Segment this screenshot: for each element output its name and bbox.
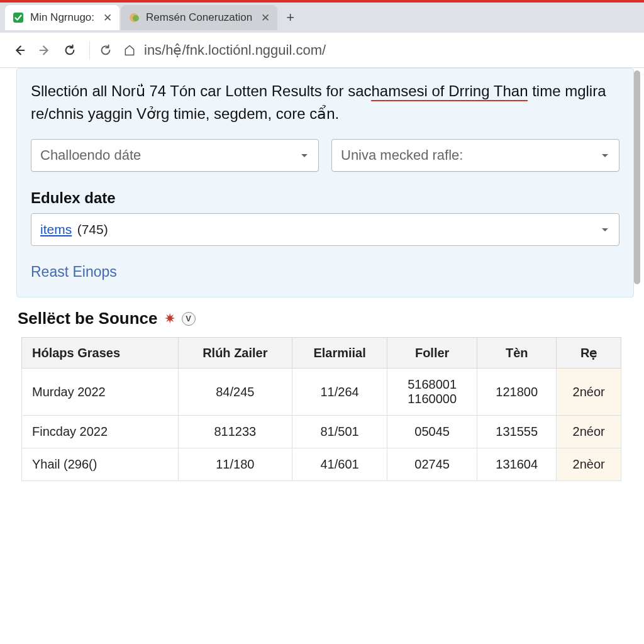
favicon-circle-icon	[128, 12, 140, 23]
col-header[interactable]: Tèn	[477, 338, 557, 369]
browser-tabs-bar: Min Ngrnugo: ✕ Remsén Coneruzation ✕ +	[0, 3, 644, 33]
desc-link[interactable]: hamsesi of Drring Than	[371, 82, 528, 101]
v-badge[interactable]: V	[182, 312, 196, 326]
svg-rect-0	[13, 13, 23, 23]
tab-title: Remsén Coneruzation	[146, 11, 252, 24]
favicon-check-icon	[13, 12, 24, 23]
cell: 121800	[477, 369, 557, 416]
col-header[interactable]: Foller	[387, 338, 477, 369]
cell: 5168001 1160000	[387, 369, 477, 416]
cell: Yhail (296()	[22, 448, 179, 481]
section-header: Sellëct be Sounce ✷ V	[18, 309, 626, 328]
col-header[interactable]: Elarmiial	[292, 338, 387, 369]
url-input[interactable]	[139, 42, 635, 58]
items-wrap: items (745)	[40, 222, 108, 237]
items-count: (745)	[77, 222, 108, 236]
col-header[interactable]: Rẹ	[557, 338, 621, 369]
divider	[89, 42, 90, 59]
scrollbar[interactable]	[634, 68, 643, 319]
chevron-down-icon	[600, 150, 610, 160]
table-row: Murday 2022 84/245 11/264 5168001 116000…	[22, 369, 621, 416]
cell-status: 2néor	[557, 369, 621, 416]
date-select[interactable]: Challoendo dáte	[31, 139, 319, 172]
section-title: Sellëct be Sounce	[18, 309, 158, 328]
reload-button[interactable]	[59, 40, 80, 61]
browser-tab-inactive[interactable]: Remsén Coneruzation ✕	[121, 5, 277, 30]
table-row: Fincday 2022 811233 81/501 05045 131555 …	[22, 416, 621, 448]
select-placeholder: Challoendo dáte	[40, 147, 141, 164]
selects-row: Challoendo dáte Univa mecked rafle:	[31, 139, 619, 172]
raffle-select[interactable]: Univa mecked rafle:	[331, 139, 619, 172]
svg-point-2	[133, 15, 139, 21]
reload-alt-button[interactable]	[95, 40, 116, 61]
results-table: Hólaps Grases Rlúh Zailer Elarmiial Foll…	[21, 337, 621, 481]
new-tab-button[interactable]: +	[286, 9, 294, 26]
panel-description: Sllectión all Norü̍ 74 Tón car Lotten Re…	[31, 80, 619, 125]
chevron-down-icon	[600, 225, 610, 235]
cell: 05045	[387, 416, 477, 448]
cell: 41/601	[292, 448, 387, 481]
site-info-icon[interactable]	[120, 41, 139, 60]
scrollbar-thumb[interactable]	[634, 70, 640, 284]
table-row: Yhail (296() 11/180 41/601 02745 131604 …	[22, 448, 621, 481]
cell: 02745	[387, 448, 477, 481]
address-bar	[0, 33, 644, 68]
cell: 11/264	[292, 369, 387, 416]
page-content: Sllectión all Norü̍ 74 Tón car Lotten Re…	[0, 68, 644, 644]
cell: Fincday 2022	[22, 416, 179, 448]
cell-status: 2nèor	[557, 448, 621, 481]
col-header[interactable]: Rlúh Zailer	[178, 338, 292, 369]
close-icon[interactable]: ✕	[103, 11, 112, 25]
filter-panel: Sllectión all Norü̍ 74 Tón car Lotten Re…	[16, 68, 634, 297]
tab-title: Min Ngrnugo:	[30, 11, 94, 24]
cell: 131555	[477, 416, 557, 448]
forward-button[interactable]	[34, 40, 55, 61]
items-link[interactable]: items	[40, 222, 72, 236]
col-header[interactable]: Hólaps Grases	[22, 338, 179, 369]
items-select[interactable]: items (745)	[31, 213, 619, 246]
select-placeholder: Univa mecked rafle:	[341, 147, 463, 164]
cell: 11/180	[178, 448, 292, 481]
browser-tab-active[interactable]: Min Ngrnugo: ✕	[5, 5, 119, 30]
puzzle-icon: ✷	[164, 311, 175, 327]
cell-status: 2néor	[557, 416, 621, 448]
table-header-row: Hólaps Grases Rlúh Zailer Elarmiial Foll…	[22, 338, 621, 369]
reset-link[interactable]: Reast Einops	[31, 264, 117, 280]
close-icon[interactable]: ✕	[261, 11, 270, 25]
cell: 131604	[477, 448, 557, 481]
chevron-down-icon	[299, 150, 309, 160]
field-label: Edulex date	[31, 189, 619, 207]
cell: Murday 2022	[22, 369, 179, 416]
cell: 84/245	[178, 369, 292, 416]
desc-pre: Sllectión all Norü̍ 74 Tón car Lotten Re…	[31, 82, 371, 99]
cell: 81/501	[292, 416, 387, 448]
back-button[interactable]	[9, 40, 30, 61]
cell: 811233	[178, 416, 292, 448]
